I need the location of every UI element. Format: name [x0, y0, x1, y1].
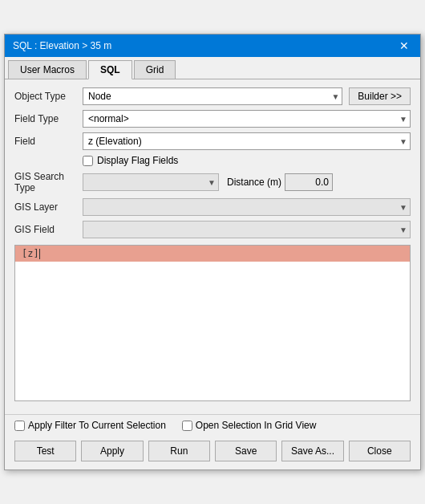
close-button[interactable]: Close: [349, 441, 411, 461]
apply-filter-label: Apply Filter To Current Selection: [28, 420, 166, 431]
sql-line-1: [z]: [15, 246, 410, 262]
display-flag-fields-row: Display Flag Fields: [83, 155, 411, 166]
button-bar: Test Apply Run Save Save As... Close: [5, 436, 420, 469]
display-flag-fields-checkbox[interactable]: [83, 156, 93, 166]
field-select[interactable]: z (Elevation): [83, 132, 411, 150]
display-flag-fields-label: Display Flag Fields: [97, 155, 178, 166]
window-title: SQL : Elevation > 35 m: [13, 40, 111, 51]
gis-search-type-row: GIS SearchType ▼ Distance (m) 0.0: [14, 171, 411, 193]
sql-text: [z]: [22, 248, 39, 259]
close-window-button[interactable]: ✕: [396, 39, 412, 52]
field-type-select[interactable]: <normal>: [83, 110, 411, 128]
open-selection-checkbox[interactable]: [182, 421, 192, 431]
gis-search-type-select-wrapper: ▼: [83, 173, 219, 191]
open-selection-check-item: Open Selection In Grid View: [182, 420, 317, 431]
sql-cursor: [39, 249, 40, 259]
title-bar: SQL : Elevation > 35 m ✕: [5, 35, 420, 57]
save-as-button[interactable]: Save As...: [281, 441, 343, 461]
gis-field-row: GIS Field ▼: [14, 221, 411, 238]
tab-content: Object Type Node ▼ Builder >> Field Type…: [5, 79, 420, 414]
run-button[interactable]: Run: [148, 441, 210, 461]
gis-layer-select[interactable]: [83, 198, 411, 216]
object-type-select[interactable]: Node: [83, 87, 342, 105]
gis-layer-label: GIS Layer: [14, 201, 83, 213]
gis-layer-select-wrapper: ▼: [83, 198, 411, 216]
apply-filter-check-item: Apply Filter To Current Selection: [14, 420, 166, 431]
field-type-label: Field Type: [14, 113, 83, 124]
gis-search-type-select[interactable]: [83, 173, 219, 191]
gis-field-select[interactable]: [83, 221, 411, 238]
gis-field-label: GIS Field: [14, 224, 83, 235]
save-button[interactable]: Save: [215, 441, 277, 461]
distance-label: Distance (m): [227, 177, 281, 188]
object-type-row: Object Type Node ▼ Builder >>: [14, 87, 411, 105]
tab-sql[interactable]: SQL: [88, 60, 132, 79]
field-select-wrapper: z (Elevation) ▼: [83, 132, 411, 150]
apply-filter-checkbox[interactable]: [14, 421, 25, 431]
distance-input[interactable]: 0.0: [285, 173, 333, 191]
tab-grid[interactable]: Grid: [134, 60, 176, 79]
gis-search-type-label: GIS SearchType: [14, 171, 83, 193]
builder-button[interactable]: Builder >>: [349, 87, 411, 105]
open-selection-label: Open Selection In Grid View: [196, 420, 317, 431]
field-type-row: Field Type <normal> ▼: [14, 110, 411, 128]
apply-button[interactable]: Apply: [81, 441, 143, 461]
gis-field-select-wrapper: ▼: [83, 221, 411, 238]
tab-user-macros[interactable]: User Macros: [8, 60, 87, 79]
object-type-label: Object Type: [14, 91, 83, 102]
gis-layer-row: GIS Layer ▼: [14, 198, 411, 216]
sql-editor[interactable]: [z]: [14, 245, 411, 401]
main-window: SQL : Elevation > 35 m ✕ User Macros SQL…: [4, 34, 421, 470]
tab-bar: User Macros SQL Grid: [5, 57, 420, 79]
field-label: Field: [14, 136, 83, 147]
field-row: Field z (Elevation) ▼: [14, 132, 411, 150]
test-button[interactable]: Test: [14, 441, 76, 461]
bottom-checkboxes-bar: Apply Filter To Current Selection Open S…: [5, 414, 420, 436]
field-type-select-wrapper: <normal> ▼: [83, 110, 411, 128]
object-type-select-wrapper: Node ▼: [83, 87, 342, 105]
